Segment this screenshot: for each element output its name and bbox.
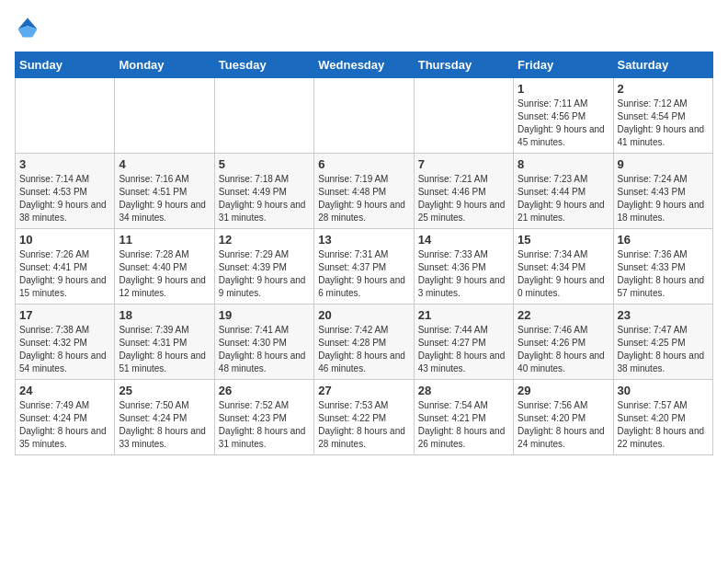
calendar-cell: 5Sunrise: 7:18 AMSunset: 4:49 PMDaylight… [214,154,313,229]
calendar-cell: 12Sunrise: 7:29 AMSunset: 4:39 PMDayligh… [214,229,313,304]
day-number: 7 [418,157,509,171]
header-thursday: Thursday [414,52,513,78]
calendar-cell: 22Sunrise: 7:46 AMSunset: 4:26 PMDayligh… [514,304,613,380]
day-number: 15 [518,233,609,247]
day-number: 4 [119,157,210,171]
day-number: 2 [618,82,709,96]
day-number: 21 [418,308,509,322]
calendar-cell: 25Sunrise: 7:50 AMSunset: 4:24 PMDayligh… [115,380,214,455]
day-number: 9 [618,157,709,171]
calendar-header-row: SundayMondayTuesdayWednesdayThursdayFrid… [16,52,713,78]
day-number: 24 [19,384,110,397]
day-number: 10 [19,233,110,247]
day-number: 6 [318,157,409,171]
day-number: 18 [119,308,210,322]
day-detail: Sunrise: 7:18 AMSunset: 4:49 PMDaylight:… [219,173,310,224]
day-detail: Sunrise: 7:24 AMSunset: 4:43 PMDaylight:… [618,173,709,224]
day-number: 27 [318,384,409,397]
calendar-cell: 24Sunrise: 7:49 AMSunset: 4:24 PMDayligh… [16,380,115,455]
calendar-cell [314,78,414,154]
calendar-cell: 26Sunrise: 7:52 AMSunset: 4:23 PMDayligh… [214,380,313,455]
day-number: 28 [418,384,509,397]
header-tuesday: Tuesday [214,52,313,78]
day-detail: Sunrise: 7:16 AMSunset: 4:51 PMDaylight:… [119,173,210,224]
day-detail: Sunrise: 7:53 AMSunset: 4:22 PMDaylight:… [318,399,409,451]
day-detail: Sunrise: 7:21 AMSunset: 4:46 PMDaylight:… [418,173,509,224]
header-sunday: Sunday [16,52,115,78]
day-detail: Sunrise: 7:47 AMSunset: 4:25 PMDaylight:… [618,324,709,375]
day-detail: Sunrise: 7:42 AMSunset: 4:28 PMDaylight:… [318,324,409,375]
day-detail: Sunrise: 7:41 AMSunset: 4:30 PMDaylight:… [219,324,310,375]
calendar-cell [414,78,513,154]
header [15,15,713,40]
day-number: 12 [219,233,310,247]
calendar-cell: 16Sunrise: 7:36 AMSunset: 4:33 PMDayligh… [613,229,712,304]
day-detail: Sunrise: 7:19 AMSunset: 4:48 PMDaylight:… [318,173,409,224]
day-number: 23 [618,308,709,322]
day-number: 8 [518,157,609,171]
calendar-week-0: 1Sunrise: 7:11 AMSunset: 4:56 PMDaylight… [16,78,713,154]
logo [15,15,44,40]
calendar-cell [16,78,115,154]
calendar-cell: 1Sunrise: 7:11 AMSunset: 4:56 PMDaylight… [514,78,613,154]
header-monday: Monday [115,52,214,78]
calendar-cell: 19Sunrise: 7:41 AMSunset: 4:30 PMDayligh… [214,304,313,380]
day-number: 13 [318,233,409,247]
day-detail: Sunrise: 7:26 AMSunset: 4:41 PMDaylight:… [19,248,110,300]
day-detail: Sunrise: 7:44 AMSunset: 4:27 PMDaylight:… [418,324,509,375]
day-detail: Sunrise: 7:36 AMSunset: 4:33 PMDaylight:… [618,248,709,300]
calendar-cell: 11Sunrise: 7:28 AMSunset: 4:40 PMDayligh… [115,229,214,304]
calendar-cell: 20Sunrise: 7:42 AMSunset: 4:28 PMDayligh… [314,304,414,380]
calendar-cell: 15Sunrise: 7:34 AMSunset: 4:34 PMDayligh… [514,229,613,304]
day-detail: Sunrise: 7:49 AMSunset: 4:24 PMDaylight:… [19,399,110,451]
calendar-cell: 18Sunrise: 7:39 AMSunset: 4:31 PMDayligh… [115,304,214,380]
logo-icon [15,15,40,40]
header-friday: Friday [514,52,613,78]
calendar-cell: 30Sunrise: 7:57 AMSunset: 4:20 PMDayligh… [613,380,712,455]
calendar-cell: 3Sunrise: 7:14 AMSunset: 4:53 PMDaylight… [16,154,115,229]
calendar-week-4: 24Sunrise: 7:49 AMSunset: 4:24 PMDayligh… [16,380,713,455]
day-detail: Sunrise: 7:23 AMSunset: 4:44 PMDaylight:… [518,173,609,224]
calendar-cell: 13Sunrise: 7:31 AMSunset: 4:37 PMDayligh… [314,229,414,304]
calendar-cell: 14Sunrise: 7:33 AMSunset: 4:36 PMDayligh… [414,229,513,304]
day-detail: Sunrise: 7:50 AMSunset: 4:24 PMDaylight:… [119,399,210,451]
day-number: 22 [518,308,609,322]
calendar-cell: 6Sunrise: 7:19 AMSunset: 4:48 PMDaylight… [314,154,414,229]
calendar-cell: 2Sunrise: 7:12 AMSunset: 4:54 PMDaylight… [613,78,712,154]
calendar-cell [214,78,313,154]
day-detail: Sunrise: 7:31 AMSunset: 4:37 PMDaylight:… [318,248,409,300]
calendar-cell: 21Sunrise: 7:44 AMSunset: 4:27 PMDayligh… [414,304,513,380]
day-detail: Sunrise: 7:46 AMSunset: 4:26 PMDaylight:… [518,324,609,375]
calendar-cell: 29Sunrise: 7:56 AMSunset: 4:20 PMDayligh… [514,380,613,455]
calendar-cell: 28Sunrise: 7:54 AMSunset: 4:21 PMDayligh… [414,380,513,455]
day-number: 26 [219,384,310,397]
day-number: 30 [618,384,709,397]
day-number: 29 [518,384,609,397]
day-detail: Sunrise: 7:11 AMSunset: 4:56 PMDaylight:… [518,98,609,149]
day-detail: Sunrise: 7:34 AMSunset: 4:34 PMDaylight:… [518,248,609,300]
day-number: 17 [19,308,110,322]
day-detail: Sunrise: 7:54 AMSunset: 4:21 PMDaylight:… [418,399,509,451]
calendar-cell: 9Sunrise: 7:24 AMSunset: 4:43 PMDaylight… [613,154,712,229]
calendar-week-3: 17Sunrise: 7:38 AMSunset: 4:32 PMDayligh… [16,304,713,380]
header-wednesday: Wednesday [314,52,414,78]
day-number: 19 [219,308,310,322]
day-detail: Sunrise: 7:56 AMSunset: 4:20 PMDaylight:… [518,399,609,451]
day-number: 1 [518,82,609,96]
calendar-cell: 17Sunrise: 7:38 AMSunset: 4:32 PMDayligh… [16,304,115,380]
day-number: 25 [119,384,210,397]
calendar-week-1: 3Sunrise: 7:14 AMSunset: 4:53 PMDaylight… [16,154,713,229]
calendar-cell: 8Sunrise: 7:23 AMSunset: 4:44 PMDaylight… [514,154,613,229]
day-detail: Sunrise: 7:52 AMSunset: 4:23 PMDaylight:… [219,399,310,451]
calendar-cell: 23Sunrise: 7:47 AMSunset: 4:25 PMDayligh… [613,304,712,380]
day-detail: Sunrise: 7:29 AMSunset: 4:39 PMDaylight:… [219,248,310,300]
day-detail: Sunrise: 7:57 AMSunset: 4:20 PMDaylight:… [618,399,709,451]
day-number: 16 [618,233,709,247]
calendar-cell: 27Sunrise: 7:53 AMSunset: 4:22 PMDayligh… [314,380,414,455]
day-number: 11 [119,233,210,247]
day-detail: Sunrise: 7:14 AMSunset: 4:53 PMDaylight:… [19,173,110,224]
day-number: 20 [318,308,409,322]
calendar-cell [115,78,214,154]
calendar-cell: 7Sunrise: 7:21 AMSunset: 4:46 PMDaylight… [414,154,513,229]
calendar-cell: 4Sunrise: 7:16 AMSunset: 4:51 PMDaylight… [115,154,214,229]
